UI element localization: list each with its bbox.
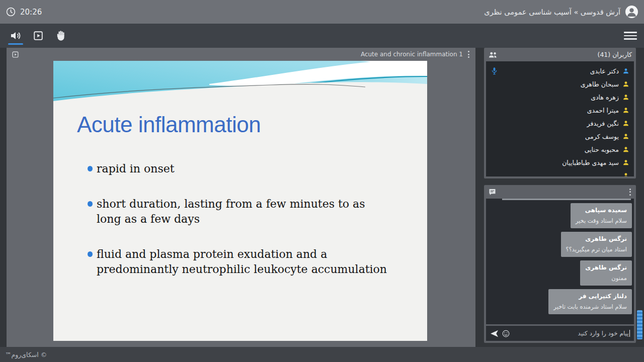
slide-bullet: rapid in onset [97,161,391,176]
session-title: آرش قدوسی » آسیب شناسی عمومی نظری [484,8,620,16]
chat-message-text: استاد میان ترم میگیرید؟؟ [566,246,627,253]
speaker-icon [10,30,22,42]
play-box-icon [33,30,44,41]
chat-message: دلناز کتیرایی فر سلام استاد شرمنده بابت … [548,289,632,314]
user-name: یوسف کرمی [585,133,619,140]
user-name: میترا احمدی [587,107,619,114]
audio-button[interactable] [7,26,24,46]
user-row[interactable]: زهره هادی [486,90,634,104]
clock-icon [6,7,16,17]
user-name: دکتر عابدی [590,67,619,75]
users-header: کاربران (41) [484,48,636,61]
person-icon [622,133,629,140]
chat-message-author: سعیده سپاهی [576,207,627,214]
users-icon [488,51,498,58]
chat-message-text: سلام استاد وقت بخیر [576,217,627,224]
microphone-icon [491,67,498,75]
chat-message-text: ممنون [585,275,627,282]
chat-header [484,185,636,199]
presentation-button[interactable] [30,26,47,46]
user-row[interactable]: دکتر عابدی [486,64,634,77]
chat-panel: سعیده سپاهی سلام استاد وقت بخیر نرگس طاه… [484,185,636,343]
person-icon [622,94,629,101]
person-icon [622,172,629,176]
presentation-menu-icon[interactable] [467,50,470,59]
bullet-dot [88,201,93,207]
slide-bullet: fluid and plasma protein exudation and a… [97,247,391,277]
menu-button[interactable] [624,32,637,40]
person-icon [622,146,629,153]
status-bar: ™اسکای‌روم © [0,347,644,362]
emoji-icon[interactable] [502,330,510,337]
user-row[interactable]: محبوبه حنایی [486,143,634,156]
user-name: سید مهدی طباطباییان [562,159,619,166]
chat-message: سعیده سپاهی سلام استاد وقت بخیر [571,203,632,228]
chat-input-placeholder: پیام خود را وارد کنید [578,330,629,337]
users-panel-title: کاربران (41) [598,51,632,58]
presentation-header: Acute and chronic inflammation 1 [7,48,475,61]
chat-menu-icon[interactable] [628,188,632,197]
main-toolbar [0,24,644,48]
chat-message-author: دلناز کتیرایی فر [553,293,627,300]
scrolled-message-sliver [502,199,631,200]
slide-bullet-list: rapid in onset short duration, lasting f… [97,161,391,297]
user-row[interactable]: سبحان طاهری [486,77,634,90]
slide-thumbnail-toggle[interactable] [12,51,19,58]
user-name: محبوبه حنایی [585,146,619,153]
user-name: نگین فریدفر [587,120,619,127]
skyroom-brand: ™اسکای‌روم © [5,351,47,358]
chat-message-list[interactable]: سعیده سپاهی سلام استاد وقت بخیر نرگس طاه… [486,199,634,324]
user-row[interactable]: نگین فریدفر [486,117,634,130]
user-row[interactable]: میترا احمدی [486,104,634,117]
users-panel: کاربران (41) دکتر عابدی سبحان طاهری زهره… [484,48,636,178]
document-title: Acute and chronic inflammation 1 [361,51,463,58]
chat-message: نرگس طاهری ممنون [580,260,632,286]
slide-title: Acute inflammation [77,112,261,137]
bullet-dot [88,166,93,171]
presentation-panel: Acute and chronic inflammation 1 [7,48,475,347]
chat-icon [488,188,497,196]
person-icon [622,159,629,166]
hand-icon [55,30,66,41]
users-list[interactable]: دکتر عابدی سبحان طاهری زهره هادی میترا ا… [486,61,634,176]
user-row[interactable] [486,169,634,176]
chat-message-author: نرگس طاهری [566,235,627,242]
user-row[interactable]: سید مهدی طباطباییان [486,156,634,169]
session-timer: 20:26 [20,8,42,17]
user-row[interactable]: یوسف کرمی [486,130,634,143]
user-name: زهره هادی [591,94,619,101]
slide: Acute inflammation rapid in onset short … [53,61,427,341]
send-icon[interactable] [490,330,499,337]
top-bar: 20:26 آرش قدوسی » آسیب شناسی عمومی نظری [0,0,644,24]
page-scrollbar-thumb[interactable] [637,310,642,339]
chat-message-author: نرگس طاهری [585,264,627,271]
chat-message-text: سلام استاد شرمنده بابت تاخیر [553,303,627,310]
chat-input[interactable]: پیام خود را وارد کنید [486,326,634,341]
text-cursor [629,330,630,337]
user-name: سبحان طاهری [581,80,619,88]
bullet-dot [88,251,93,257]
user-avatar[interactable] [625,6,638,18]
chat-message: نرگس طاهری استاد میان ترم میگیرید؟؟ [561,232,632,257]
person-icon [622,80,629,87]
raise-hand-button[interactable] [52,26,69,46]
slide-bullet: short duration, lasting from a few minut… [97,197,391,227]
person-icon [622,67,629,74]
person-icon [622,107,629,114]
person-icon [622,120,629,127]
